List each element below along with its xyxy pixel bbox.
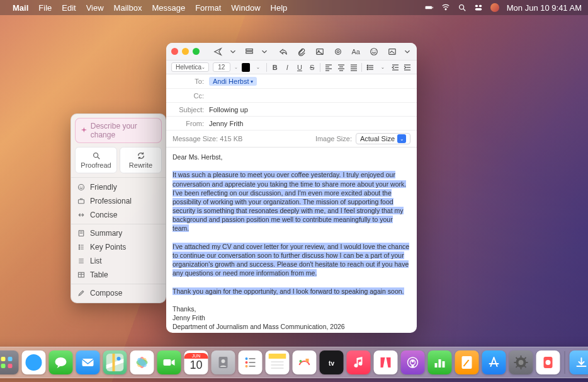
- dock-launchpad[interactable]: [0, 350, 19, 374]
- dock-numbers[interactable]: [428, 350, 452, 374]
- list-dropdown[interactable]: ⌄: [378, 63, 387, 72]
- dock-settings[interactable]: [509, 350, 533, 374]
- menu-view[interactable]: View: [86, 3, 104, 13]
- indent-more-button[interactable]: [403, 63, 412, 72]
- align-justify-button[interactable]: [349, 63, 358, 72]
- svg-point-77: [222, 359, 225, 363]
- indent-less-button[interactable]: [391, 63, 400, 72]
- dock-pages[interactable]: [455, 350, 479, 374]
- list-option[interactable]: List: [71, 254, 166, 268]
- send-button[interactable]: [210, 45, 226, 58]
- proofread-button[interactable]: Proofread: [75, 147, 117, 173]
- greeting: Dear Ms. Herbst,: [172, 153, 410, 161]
- user-icon[interactable]: [490, 3, 499, 12]
- subject-field[interactable]: Following up: [209, 106, 410, 113]
- maximize-button[interactable]: [193, 48, 200, 55]
- svg-rect-84: [269, 354, 286, 359]
- strike-button[interactable]: S: [308, 63, 317, 72]
- clock[interactable]: Mon Jun 10 9:41 AM: [507, 3, 582, 13]
- summary-option[interactable]: Summary: [71, 226, 166, 240]
- wifi-icon[interactable]: [441, 3, 450, 12]
- dock-tv[interactable]: tv: [320, 350, 344, 374]
- list-button[interactable]: [366, 63, 375, 72]
- professional-option[interactable]: Professional: [71, 194, 166, 208]
- menu-edit[interactable]: Edit: [62, 3, 76, 13]
- cc-row[interactable]: Cc:: [166, 89, 417, 103]
- compose-body[interactable]: Dear Ms. Herbst, It was such a pleasure …: [166, 148, 417, 333]
- font-family-select[interactable]: Helvetica⌄: [171, 62, 209, 72]
- emoji-button[interactable]: [367, 45, 382, 58]
- reply-button[interactable]: [276, 45, 291, 58]
- calendar-month: JUN: [184, 353, 208, 359]
- dock-music[interactable]: [347, 350, 371, 374]
- text-color-button[interactable]: [242, 63, 251, 72]
- dock-appstore[interactable]: [482, 350, 506, 374]
- menu-window[interactable]: Window: [231, 3, 260, 13]
- dock-photos[interactable]: [130, 350, 154, 374]
- compose-titlebar[interactable]: Aa: [166, 43, 417, 61]
- menu-mailbox[interactable]: Mailbox: [114, 3, 142, 13]
- rewrite-icon: [137, 151, 145, 160]
- dock-news[interactable]: [374, 350, 398, 374]
- photo-browser-dropdown[interactable]: [403, 45, 412, 58]
- align-left-button[interactable]: [324, 63, 333, 72]
- from-row[interactable]: From: Jenny Frith: [166, 117, 417, 130]
- key-points-option[interactable]: Key Points: [71, 240, 166, 254]
- dock-safari[interactable]: [22, 350, 46, 374]
- font-button[interactable]: Aa: [349, 45, 363, 58]
- menu-message[interactable]: Message: [152, 3, 185, 13]
- dock-notes[interactable]: [266, 350, 290, 374]
- svg-rect-63: [8, 357, 13, 361]
- to-row[interactable]: To: Andi Herbst: [166, 74, 417, 89]
- close-button[interactable]: [171, 48, 178, 55]
- minimize-button[interactable]: [182, 48, 189, 55]
- bold-button[interactable]: B: [271, 63, 280, 72]
- dock-messages[interactable]: [49, 350, 73, 374]
- dock-downloads[interactable]: [570, 350, 589, 374]
- spotlight-icon[interactable]: [458, 3, 466, 12]
- dock-maps[interactable]: [103, 350, 127, 374]
- table-option[interactable]: Table: [71, 268, 166, 282]
- dock-screentime[interactable]: [536, 350, 560, 374]
- svg-rect-94: [435, 363, 438, 368]
- align-center-button[interactable]: [337, 63, 346, 72]
- dock-facetime[interactable]: [157, 350, 181, 374]
- subject-row[interactable]: Subject: Following up: [166, 103, 417, 117]
- rewrite-button[interactable]: Rewrite: [120, 147, 162, 173]
- friendly-option[interactable]: Friendly: [71, 180, 166, 194]
- header-fields-dropdown[interactable]: [260, 45, 269, 58]
- image-size-select[interactable]: Actual Size ⌄: [356, 133, 410, 144]
- battery-icon[interactable]: [425, 3, 434, 12]
- dock-freeform[interactable]: [293, 350, 317, 374]
- send-dropdown[interactable]: [229, 45, 237, 58]
- dock-calendar[interactable]: JUN 10: [184, 350, 208, 374]
- dock-mail[interactable]: [76, 350, 100, 374]
- dock-reminders[interactable]: [239, 350, 263, 374]
- header-fields-button[interactable]: [241, 45, 257, 58]
- writing-tools-input[interactable]: Describe your change: [75, 118, 162, 143]
- menu-help[interactable]: Help: [271, 3, 288, 13]
- svg-rect-27: [246, 52, 253, 54]
- photo-browser-button[interactable]: [385, 45, 399, 58]
- to-recipient-pill[interactable]: Andi Herbst: [209, 77, 257, 86]
- menu-file[interactable]: File: [38, 3, 52, 13]
- svg-rect-89: [306, 359, 309, 362]
- dock-contacts[interactable]: [212, 350, 235, 374]
- svg-line-3: [463, 9, 466, 11]
- compose-option[interactable]: Compose: [71, 286, 166, 300]
- dock-podcasts[interactable]: [401, 350, 425, 374]
- control-center-icon[interactable]: [474, 3, 483, 12]
- insert-image-button[interactable]: [312, 45, 327, 58]
- svg-rect-64: [1, 364, 6, 368]
- text-color-dropdown[interactable]: ⌄: [254, 63, 263, 72]
- font-size-select[interactable]: 12: [213, 62, 230, 72]
- italic-button[interactable]: I: [283, 63, 291, 72]
- attach-button[interactable]: [295, 45, 309, 58]
- underline-button[interactable]: U: [295, 63, 304, 72]
- svg-point-67: [55, 357, 67, 366]
- format-button[interactable]: [331, 45, 345, 58]
- menu-format[interactable]: Format: [195, 3, 221, 13]
- from-field[interactable]: Jenny Frith: [209, 120, 410, 127]
- concise-option[interactable]: Concise: [71, 208, 166, 222]
- menu-app[interactable]: Mail: [13, 3, 28, 13]
